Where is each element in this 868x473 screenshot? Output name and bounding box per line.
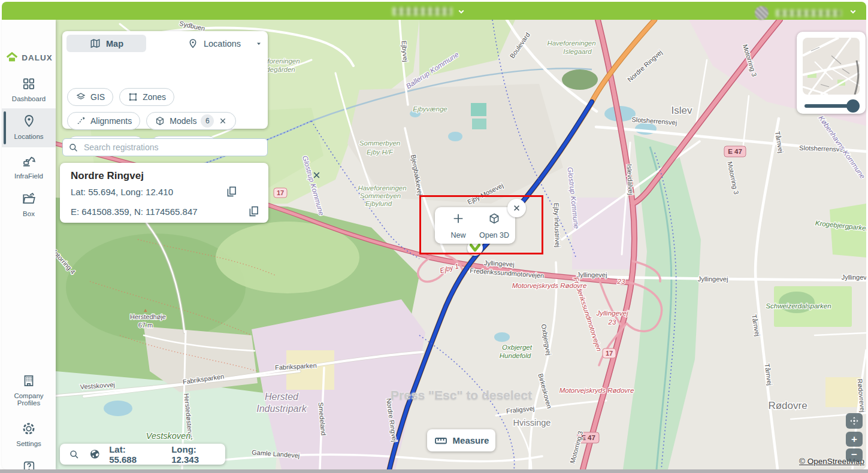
tab-map[interactable]: Map	[66, 35, 146, 52]
filter-alignments[interactable]: Alignments	[67, 112, 140, 130]
alignment-title: Nordre Ringvej	[71, 170, 144, 182]
new-button[interactable]: New	[440, 212, 477, 239]
open-3d-label: Open 3D	[479, 231, 509, 239]
zoom-in-button[interactable]: +	[846, 432, 863, 447]
sidebar-item-infrafield[interactable]: InfraField	[2, 153, 56, 180]
window-bottom-edge	[0, 469, 868, 473]
sidebar-label: Settings	[2, 440, 56, 447]
green-chevron-marker-icon	[470, 244, 480, 252]
user-menu-chevron-down-icon[interactable]	[848, 6, 858, 17]
project-chevron-down-icon[interactable]	[456, 6, 467, 17]
dalux-logo[interactable]: DALUX	[2, 51, 56, 64]
new-button-label: New	[450, 231, 465, 239]
tab-locations-label: Locations	[204, 39, 241, 48]
map-label: Jyllingevej	[842, 274, 866, 281]
pin-icon	[187, 38, 199, 50]
avatar[interactable]	[755, 6, 769, 20]
cursor-coordinates-bar: Lat: 55.688 Long: 12.343	[60, 444, 225, 465]
map-label: Jyllingevej	[698, 275, 728, 283]
layers-icon	[75, 92, 86, 102]
sidebar-label: Company Profiles	[8, 392, 50, 407]
sidebar-item-locations[interactable]: Locations	[2, 113, 56, 140]
close-icon	[512, 203, 522, 213]
close-icon[interactable]	[311, 169, 322, 181]
sidebar-item-settings[interactable]: Settings	[2, 421, 56, 447]
dalux-house-icon	[5, 51, 19, 64]
dpad-icon	[848, 415, 860, 427]
map-label: Jyllingevej	[595, 310, 628, 317]
building-icon	[21, 373, 37, 389]
pan-control-button[interactable]	[846, 413, 863, 429]
esc-deselect-hint: Press "Esc" to deselect	[391, 388, 532, 402]
folder-icon	[21, 191, 37, 207]
map-layers-panel: Map Locations GIS Zones Alignments	[62, 31, 268, 129]
map-label: 23	[608, 319, 616, 326]
road-badge: E 47	[724, 146, 746, 157]
map-label: Schweizerdalsparken	[766, 302, 831, 310]
zoom-out-button[interactable]: −	[846, 448, 863, 462]
copy-icon[interactable]	[247, 205, 260, 217]
open-3d-button[interactable]: Open 3D	[476, 212, 513, 239]
sidebar-label: Dashboard	[2, 95, 56, 102]
sidebar-item-dashboard[interactable]: Dashboard	[2, 76, 56, 102]
plus-icon	[452, 212, 465, 225]
gear-icon	[21, 421, 37, 436]
svg-text:E 47: E 47	[728, 148, 742, 155]
measure-label: Measure	[453, 435, 489, 445]
road-badge: 17	[274, 188, 287, 198]
map-label: Islegaard	[563, 48, 592, 55]
search-icon[interactable]	[68, 448, 80, 460]
sidebar-item-company-profiles[interactable]: Company Profiles	[2, 373, 56, 407]
selected-alignment-card: Nordre Ringvej Lat: 55.694, Long: 12.410…	[60, 163, 268, 223]
app-header	[2, 2, 866, 20]
remove-filter-x-icon[interactable]	[218, 116, 228, 126]
search-placeholder: Search registrations	[84, 142, 159, 152]
map-icon	[89, 38, 101, 50]
sidebar-label: InfraField	[2, 172, 56, 180]
search-icon	[68, 142, 79, 153]
filter-label: Zones	[143, 92, 166, 102]
map-label: ▲	[143, 307, 149, 313]
filter-zones[interactable]: Zones	[119, 88, 174, 106]
plus-glyph: +	[851, 433, 857, 445]
sidebar-label: Locations	[2, 133, 56, 140]
map-label: 23	[617, 278, 625, 285]
popup-close-button[interactable]	[507, 199, 526, 217]
map-label: Sommerbyen	[359, 140, 400, 147]
filter-models[interactable]: Models 6	[146, 112, 236, 130]
road-badge: 17	[603, 348, 616, 358]
project-title-redacted[interactable]	[392, 7, 452, 18]
globe-icon[interactable]	[89, 448, 101, 460]
tab-locations[interactable]: Locations	[163, 35, 265, 52]
map-label: Jyllingevej	[577, 271, 607, 278]
map-label: 67 m	[138, 322, 153, 329]
map-label: Oxbjerget	[502, 344, 533, 351]
map-label: Hersted	[265, 392, 299, 402]
sidebar-label: Box	[2, 210, 56, 217]
map-label: Ejby H/F	[367, 148, 394, 156]
search-registrations-input[interactable]: Search registrations	[62, 138, 268, 156]
tab-map-label: Map	[106, 39, 123, 48]
svg-text:17: 17	[277, 189, 284, 196]
filter-label: GIS	[90, 92, 105, 102]
map-label: Motorvejskryds Rødovre	[559, 387, 634, 394]
cursor-lat-value: Lat: 55.688	[109, 444, 155, 465]
map-label: Hvissinge	[513, 418, 551, 427]
minimap-zoom-slider-knob[interactable]	[846, 99, 860, 113]
sidebar: DALUX Dashboard Locations InfraField Box…	[2, 20, 56, 469]
measure-button[interactable]: Measure	[427, 429, 495, 451]
app-window: E 47E 471717 SydbuenHaveforeningenKildeg…	[0, 0, 868, 473]
minimap-tiles	[803, 38, 860, 95]
map-label: Islev	[672, 105, 692, 116]
copy-icon[interactable]	[225, 185, 238, 198]
user-name-redacted	[776, 8, 842, 19]
sidebar-item-box[interactable]: Box	[2, 191, 56, 217]
minus-glyph: −	[851, 449, 857, 461]
zones-icon	[128, 92, 138, 102]
minimap-preview[interactable]	[803, 38, 860, 95]
filter-gis[interactable]: GIS	[67, 88, 113, 106]
cube-icon	[155, 116, 165, 126]
chevron-down-icon[interactable]	[253, 38, 264, 49]
filter-label: Alignments	[90, 116, 132, 126]
cursor-long-value: Long: 12.343	[171, 444, 225, 465]
